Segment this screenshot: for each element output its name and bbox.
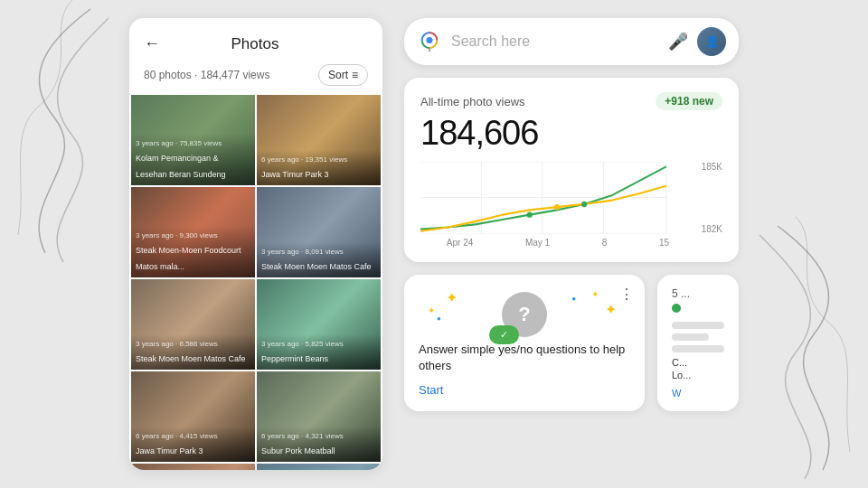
svg-point-10 <box>581 202 587 207</box>
dot-icon-2: ● <box>571 295 576 303</box>
photo-overlay: 3 years ago · 5,825 views Peppermint Bea… <box>257 334 381 370</box>
photo-cell[interactable]: 3 years ago · 6,586 views Steak Moen Moe… <box>131 279 255 370</box>
photos-header: ← Photos <box>129 18 382 64</box>
photo-cell[interactable]: 4 years ago · 1,800 views Location 10 <box>257 464 381 470</box>
place-link[interactable]: W <box>672 388 724 399</box>
back-button[interactable]: ← <box>144 31 167 57</box>
bottom-row: ⋮ ✦ ✦ ✦ ✦ ● ● ? ✓ Answer simple y <box>404 275 739 411</box>
photo-overlay: 6 years ago · 4,415 views Jawa Timur Par… <box>131 427 255 462</box>
dot-icon-1: ● <box>437 314 441 323</box>
sort-button[interactable]: Sort ≡ <box>318 64 368 86</box>
chart-container: 185K 182K <box>420 162 722 234</box>
photo-cell[interactable]: 3 years ago · 9,300 views Steak Moen-Moe… <box>131 187 255 277</box>
sort-icon: ≡ <box>352 69 358 81</box>
user-avatar[interactable]: 👤 <box>697 27 726 56</box>
photos-count: 80 photos · 184,477 views <box>144 69 269 81</box>
stats-card: All-time photo views +918 new 184,606 <box>404 78 739 262</box>
yes-pill: ✓ <box>489 325 519 344</box>
stats-badge: +918 new <box>656 92 722 110</box>
photo-overlay: 6 years ago · 19,351 views Jawa Timur Pa… <box>257 150 381 185</box>
mic-icon[interactable]: 🎤 <box>668 32 688 52</box>
main-container: ← Photos 80 photos · 184,477 views Sort … <box>0 0 868 488</box>
svg-point-9 <box>527 211 533 217</box>
photo-cell[interactable]: 3 years ago · 75,835 views Kolam Pemanci… <box>131 95 255 185</box>
photo-cell[interactable]: 6 years ago · 4,321 views Subur Pork Mea… <box>257 371 381 462</box>
photo-overlay: 3 years ago · 8,091 views Steak Moen Moe… <box>257 242 381 277</box>
photo-cell[interactable]: 3 years ago · 8,091 views Steak Moen Moe… <box>257 187 381 277</box>
sparkle-icon-4: ✦ <box>605 301 617 318</box>
views-chart <box>420 162 693 234</box>
speech-bubble: ? ✓ <box>502 292 547 337</box>
place-label: C... <box>672 357 724 368</box>
place-status-dot <box>672 304 681 313</box>
chart-x-labels: Apr 24 May 1 8 15 <box>420 238 722 248</box>
svg-point-1 <box>427 37 433 43</box>
photo-overlay: 3 years ago · 9,300 views Steak Moen-Moe… <box>131 226 255 277</box>
place-count: 5 ... <box>672 287 724 300</box>
place-line-3 <box>672 345 724 352</box>
photos-title: Photos <box>167 35 343 53</box>
right-panel: Search here 🎤 👤 All-time photo views +91… <box>404 18 739 411</box>
svg-point-11 <box>554 204 560 210</box>
qa-card: ⋮ ✦ ✦ ✦ ✦ ● ● ? ✓ Answer simple y <box>404 275 645 411</box>
photo-grid: 3 years ago · 75,835 views Kolam Pemanci… <box>129 93 382 470</box>
qa-start-button[interactable]: Start <box>419 383 443 397</box>
qa-text: Answer simple yes/no questions to help o… <box>419 342 630 374</box>
qa-illustration: ✦ ✦ ✦ ✦ ● ● ? ✓ <box>419 287 630 342</box>
place-line-1 <box>672 322 724 329</box>
place-line-2 <box>672 333 709 341</box>
stats-label: All-time photo views <box>420 95 525 108</box>
photo-cell[interactable]: 6 years ago · 4,415 views Jawa Timur Par… <box>131 371 255 462</box>
sparkle-icon-2: ✦ <box>428 305 435 315</box>
photo-cell[interactable]: 5 years ago · 2,100 views Location 9 <box>131 464 255 470</box>
sparkle-icon-3: ✦ <box>591 289 599 299</box>
photo-cell[interactable]: 6 years ago · 19,351 views Jawa Timur Pa… <box>257 95 381 185</box>
sparkle-icon-1: ✦ <box>446 289 458 306</box>
stats-header: All-time photo views +918 new <box>420 92 722 110</box>
place-card: 5 ... C... Lo... W <box>657 275 739 411</box>
search-placeholder: Search here <box>451 33 659 50</box>
stats-number: 184,606 <box>420 114 722 153</box>
photo-overlay: 6 years ago · 4,321 views Subur Pork Mea… <box>257 427 381 462</box>
photos-panel: ← Photos 80 photos · 184,477 views Sort … <box>129 18 382 470</box>
place-sublabel: Lo... <box>672 370 724 380</box>
chart-y-labels: 185K 182K <box>702 162 722 234</box>
photo-overlay: 3 years ago · 6,586 views Steak Moen Moe… <box>131 334 255 370</box>
photos-meta: 80 photos · 184,477 views Sort ≡ <box>129 64 382 93</box>
photo-cell[interactable]: 3 years ago · 5,825 views Peppermint Bea… <box>257 279 381 370</box>
maps-pin-icon <box>417 29 442 54</box>
search-bar: Search here 🎤 👤 <box>404 18 739 65</box>
photo-overlay: 3 years ago · 75,835 views Kolam Pemanci… <box>131 134 255 185</box>
